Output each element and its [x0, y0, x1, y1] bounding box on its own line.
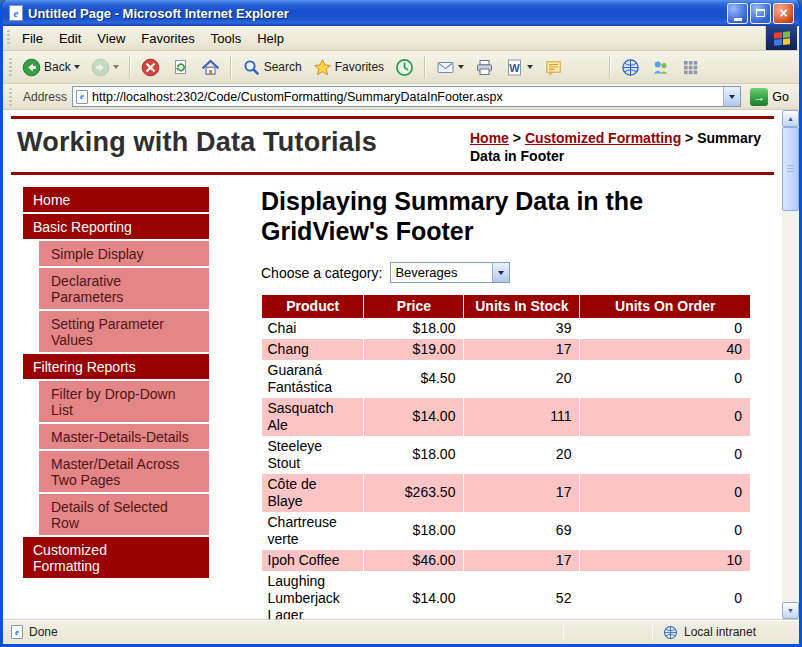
- mail-icon: [436, 58, 455, 77]
- grid-header-row: ProductPriceUnits In StockUnits On Order: [262, 295, 751, 318]
- main-content: Displaying Summary Data in the GridView'…: [261, 187, 753, 619]
- vertical-scrollbar[interactable]: ▲ ▼: [782, 110, 799, 619]
- dropdown-arrow-button[interactable]: [492, 263, 509, 282]
- refresh-button[interactable]: [166, 56, 195, 79]
- msn-globe-icon: [621, 58, 640, 77]
- category-dropdown[interactable]: Beverages: [390, 262, 510, 283]
- grid-body: Chai$18.00390Chang$19.001740Guaraná Fant…: [262, 318, 751, 619]
- table-row: Côte de Blaye$263.50170: [262, 474, 751, 512]
- sidebar-item[interactable]: Home: [23, 187, 209, 212]
- history-button[interactable]: [390, 56, 419, 79]
- sidebar-item[interactable]: Setting Parameter Values: [39, 311, 209, 352]
- price-cell: $14.00: [364, 398, 464, 436]
- msn-button[interactable]: [616, 56, 645, 79]
- search-button[interactable]: Search: [237, 56, 307, 79]
- favorites-star-icon: [313, 58, 332, 77]
- sidebar-item[interactable]: Customized Formatting: [23, 537, 209, 578]
- zone-label: Local intranet: [684, 625, 756, 639]
- favorites-button[interactable]: Favorites: [308, 56, 389, 79]
- products-gridview: ProductPriceUnits In StockUnits On Order…: [261, 295, 750, 619]
- discuss-icon: [544, 58, 563, 77]
- close-button[interactable]: ×: [773, 3, 794, 24]
- address-history-dropdown[interactable]: [723, 87, 740, 106]
- discuss-button[interactable]: [539, 56, 568, 79]
- title-bar: e Untitled Page - Microsoft Internet Exp…: [3, 0, 799, 26]
- units-on-order-cell: 0: [580, 360, 750, 398]
- maximize-button[interactable]: [750, 3, 771, 24]
- stop-button[interactable]: [136, 56, 165, 79]
- menu-item[interactable]: View: [89, 28, 133, 49]
- sidebar-item[interactable]: Master-Details-Details: [39, 424, 209, 449]
- menu-bar: FileEditViewFavoritesToolsHelp: [3, 26, 799, 51]
- sidebar-item[interactable]: Filter by Drop-Down List: [39, 381, 209, 422]
- breadcrumb-separator: >: [509, 130, 525, 146]
- breadcrumb-home-link[interactable]: Home: [470, 130, 509, 146]
- address-input[interactable]: e http://localhost:2302/Code/CustomForma…: [72, 86, 741, 107]
- go-button[interactable]: → Go: [746, 86, 795, 108]
- breadcrumb-section-link[interactable]: Customized Formatting: [525, 130, 681, 146]
- sidebar-item[interactable]: Declarative Parameters: [39, 268, 209, 309]
- toolbar-separator: [230, 56, 232, 78]
- menu-item[interactable]: Favorites: [133, 28, 202, 49]
- table-row: Ipoh Coffee$46.001710: [262, 550, 751, 571]
- units-in-stock-cell: 17: [464, 474, 580, 512]
- sidebar-item[interactable]: Details of Selected Row: [39, 494, 209, 535]
- menu-items: FileEditViewFavoritesToolsHelp: [14, 28, 292, 49]
- scroll-down-button[interactable]: ▼: [782, 602, 799, 619]
- forward-button[interactable]: [86, 56, 124, 79]
- sidebar-item[interactable]: Simple Display: [39, 241, 209, 266]
- scroll-up-button[interactable]: ▲: [782, 110, 799, 127]
- grid-column-header: Units In Stock: [464, 295, 580, 318]
- forward-dropdown-icon[interactable]: [113, 65, 119, 69]
- menu-item[interactable]: Edit: [51, 28, 89, 49]
- history-icon: [395, 58, 414, 77]
- price-cell: $19.00: [364, 339, 464, 360]
- edit-dropdown-icon[interactable]: [527, 65, 533, 69]
- scrollbar-thumb[interactable]: [782, 127, 799, 211]
- menu-item[interactable]: File: [14, 28, 51, 49]
- menu-item[interactable]: Help: [249, 28, 292, 49]
- table-row: Guaraná Fantástica$4.50200: [262, 360, 751, 398]
- units-in-stock-cell: 17: [464, 339, 580, 360]
- window-controls: ×: [727, 3, 794, 24]
- windows-flag-logo: [765, 26, 797, 50]
- table-row: Chang$19.001740: [262, 339, 751, 360]
- back-dropdown-icon[interactable]: [74, 65, 80, 69]
- sidebar-item[interactable]: Filtering Reports: [23, 354, 209, 379]
- product-cell: Chai: [262, 318, 364, 339]
- messenger-button[interactable]: [646, 56, 675, 79]
- sidebar-item[interactable]: Master/Detail Across Two Pages: [39, 451, 209, 492]
- back-button[interactable]: Back: [17, 56, 85, 79]
- minimize-button[interactable]: [727, 3, 748, 24]
- units-on-order-cell: 40: [580, 339, 750, 360]
- sidebar-item[interactable]: Basic Reporting: [23, 214, 209, 239]
- quick-links-grid-icon: [681, 58, 700, 77]
- dropdown-arrow-icon: [498, 271, 504, 275]
- category-row: Choose a category: Beverages: [261, 262, 753, 283]
- units-on-order-cell: 0: [580, 398, 750, 436]
- print-button[interactable]: [470, 56, 499, 79]
- mail-button[interactable]: [431, 56, 469, 79]
- favorites-label: Favorites: [335, 60, 384, 74]
- units-in-stock-cell: 111: [464, 398, 580, 436]
- toolbar-separator: [609, 56, 611, 78]
- mail-dropdown-icon[interactable]: [458, 65, 464, 69]
- svg-text:W: W: [509, 61, 520, 73]
- product-cell: Côte de Blaye: [262, 474, 364, 512]
- browser-window: e Untitled Page - Microsoft Internet Exp…: [0, 0, 802, 647]
- toolbar-grip: [7, 30, 10, 46]
- maximize-icon: [756, 9, 765, 17]
- menu-item[interactable]: Tools: [203, 28, 249, 49]
- table-row: Steeleye Stout$18.00200: [262, 436, 751, 474]
- table-row: Laughing Lumberjack Lager$14.00520: [262, 571, 751, 619]
- status-bar: e Done Local intranet: [3, 619, 799, 644]
- quick-links-button[interactable]: [676, 56, 705, 79]
- toolbar-grip: [9, 88, 12, 106]
- home-button[interactable]: [196, 56, 225, 79]
- units-on-order-cell: 0: [580, 512, 750, 550]
- address-url-text: http://localhost:2302/Code/CustomFormatt…: [92, 90, 719, 104]
- edit-button[interactable]: W: [500, 56, 538, 79]
- units-in-stock-cell: 20: [464, 436, 580, 474]
- product-cell: Steeleye Stout: [262, 436, 364, 474]
- grid-column-header: Units On Order: [580, 295, 750, 318]
